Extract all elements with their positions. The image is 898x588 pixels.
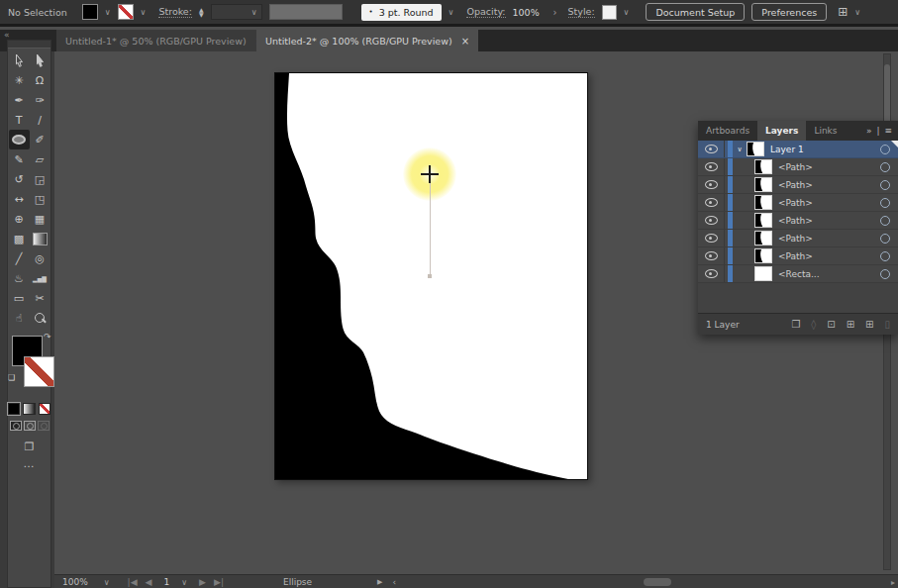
- draw-behind-mode-icon[interactable]: [24, 421, 36, 431]
- lasso-tool[interactable]: Ω: [30, 70, 50, 90]
- target-circle-icon[interactable]: [880, 216, 890, 226]
- change-screen-mode-icon[interactable]: ❐: [8, 441, 50, 453]
- eraser-tool[interactable]: ▱: [30, 149, 50, 169]
- document-tab-untitled-1[interactable]: Untitled-1* @ 50% (RGB/GPU Preview) ×: [56, 30, 272, 51]
- gradient-button[interactable]: [23, 403, 35, 415]
- horizontal-scrollbar-thumb[interactable]: [644, 578, 671, 586]
- pen-tool[interactable]: ✒: [9, 90, 30, 110]
- hand-tool[interactable]: ☝: [9, 308, 30, 328]
- opacity-submenu-icon[interactable]: ›: [553, 7, 557, 18]
- layer-thumbnail[interactable]: [754, 195, 772, 210]
- free-transform-tool[interactable]: ◳: [30, 189, 50, 209]
- layer-name[interactable]: <Path>: [778, 180, 813, 190]
- scroll-right-arrow-icon[interactable]: ▸: [891, 578, 895, 587]
- layer-name[interactable]: <Path>: [778, 234, 813, 244]
- layer-name[interactable]: <Recta...: [778, 269, 820, 279]
- collapse-dock-icon[interactable]: «: [4, 30, 10, 40]
- preferences-button[interactable]: Preferences: [751, 3, 827, 21]
- layer-thumbnail[interactable]: [754, 231, 772, 245]
- shaper-tool[interactable]: ✎: [9, 149, 30, 169]
- panel-menu-icon[interactable]: ≡: [884, 126, 892, 136]
- delete-selection-icon[interactable]: ▯: [884, 319, 890, 330]
- zoom-chevron-icon[interactable]: ∨: [104, 578, 110, 587]
- eye-icon[interactable]: [705, 269, 718, 278]
- draw-inside-mode-icon[interactable]: [38, 421, 50, 431]
- layer-name[interactable]: <Path>: [778, 251, 813, 261]
- fill-color-swatch[interactable]: [82, 4, 98, 20]
- tab-close-icon[interactable]: ×: [461, 36, 469, 47]
- opacity-label[interactable]: Opacity:: [466, 6, 505, 18]
- sublayer-row[interactable]: <Path>: [698, 158, 898, 176]
- eye-icon[interactable]: [705, 234, 718, 243]
- document-setup-button[interactable]: Document Setup: [646, 3, 745, 21]
- target-circle-icon[interactable]: [880, 180, 890, 190]
- ellipse-tool[interactable]: [9, 130, 30, 149]
- target-circle-icon[interactable]: [880, 162, 890, 172]
- layer-thumbnail[interactable]: [754, 248, 772, 263]
- edit-toolbar-more-icon[interactable]: …: [8, 457, 50, 470]
- symbol-sprayer-tool[interactable]: ♨: [9, 268, 30, 288]
- stroke-weight-stepper[interactable]: ▲▼: [199, 7, 204, 17]
- draw-normal-mode-icon[interactable]: [10, 421, 22, 431]
- sublayer-row[interactable]: <Recta...: [698, 265, 898, 283]
- variable-width-profile-box[interactable]: [269, 4, 343, 20]
- curvature-tool[interactable]: ✑: [30, 90, 50, 110]
- magic-wand-tool[interactable]: ✳: [9, 70, 30, 90]
- tool-panel-grip[interactable]: [8, 41, 50, 49]
- expand-chevron-icon[interactable]: ∨: [733, 146, 747, 153]
- stroke-proxy-swatch[interactable]: [24, 356, 54, 387]
- layer-thumbnail[interactable]: [754, 159, 772, 174]
- line-segment-tool[interactable]: ∕: [30, 110, 50, 130]
- artboard[interactable]: [274, 72, 588, 480]
- rotate-tool[interactable]: ↺: [9, 169, 30, 189]
- stroke-label[interactable]: Stroke:: [158, 6, 191, 18]
- document-tab-untitled-2[interactable]: Untitled-2* @ 100% (RGB/GPU Preview) ×: [256, 30, 478, 51]
- selection-tool[interactable]: [9, 50, 30, 70]
- default-fill-stroke-icon[interactable]: ❏: [8, 373, 15, 382]
- sublayer-row[interactable]: <Path>: [698, 176, 898, 194]
- artboard-tool[interactable]: ▭: [9, 288, 30, 308]
- collect-for-export-icon[interactable]: ❐: [791, 319, 800, 330]
- direct-selection-tool[interactable]: [30, 50, 50, 70]
- eye-icon[interactable]: [705, 216, 718, 225]
- sublayer-row[interactable]: <Path>: [698, 194, 898, 212]
- layer-name[interactable]: Layer 1: [770, 145, 804, 154]
- layer-thumbnail[interactable]: [747, 142, 764, 156]
- status-play-icon[interactable]: ▶: [377, 578, 382, 586]
- stroke-weight-dropdown[interactable]: ∨: [211, 4, 262, 20]
- collapse-panel-icon[interactable]: »: [866, 126, 872, 136]
- tab-layers[interactable]: Layers: [757, 121, 806, 141]
- sublayer-row[interactable]: <Path>: [698, 212, 898, 230]
- arrange-documents-icon[interactable]: ⊞: [838, 5, 848, 19]
- brush-chevron-icon[interactable]: ∨: [449, 8, 454, 17]
- none-button[interactable]: [39, 403, 50, 415]
- artboard-nav-value[interactable]: 1: [163, 577, 169, 587]
- tab-links[interactable]: Links: [806, 121, 845, 141]
- first-artboard-icon[interactable]: |◀: [128, 577, 138, 587]
- eye-icon[interactable]: [705, 180, 718, 189]
- eyedropper-tool[interactable]: ╱: [9, 248, 30, 268]
- target-circle-icon[interactable]: [880, 251, 890, 261]
- locate-object-icon[interactable]: ◊: [811, 319, 816, 330]
- layer-name[interactable]: <Path>: [778, 198, 813, 208]
- style-label[interactable]: Style:: [568, 6, 595, 18]
- make-clipping-mask-icon[interactable]: ⊡: [827, 319, 835, 330]
- zoom-tool[interactable]: [30, 308, 50, 328]
- layer-thumbnail[interactable]: [754, 266, 772, 281]
- previous-artboard-icon[interactable]: ◀: [146, 577, 152, 587]
- target-circle-icon[interactable]: [880, 234, 890, 244]
- gradient-tool[interactable]: [30, 229, 50, 248]
- opacity-value[interactable]: 100%: [513, 7, 547, 18]
- sublayer-row[interactable]: <Path>: [698, 230, 898, 247]
- paintbrush-tool[interactable]: ✐: [30, 130, 50, 149]
- status-back-icon[interactable]: ‹: [393, 577, 397, 587]
- layer-row[interactable]: ∨ Layer 1: [698, 141, 898, 158]
- stroke-chevron-icon[interactable]: ∨: [141, 8, 147, 17]
- style-chevron-icon[interactable]: ∨: [624, 8, 630, 17]
- zoom-level-value[interactable]: 100%: [62, 577, 88, 587]
- slice-tool[interactable]: ✂: [30, 288, 50, 308]
- last-artboard-icon[interactable]: ▶|: [214, 577, 224, 587]
- artboard-nav-chevron-icon[interactable]: ∨: [181, 578, 187, 587]
- brush-definition-dropdown[interactable]: • 3 pt. Round: [361, 4, 442, 21]
- swap-fill-stroke-icon[interactable]: ↷: [44, 332, 51, 342]
